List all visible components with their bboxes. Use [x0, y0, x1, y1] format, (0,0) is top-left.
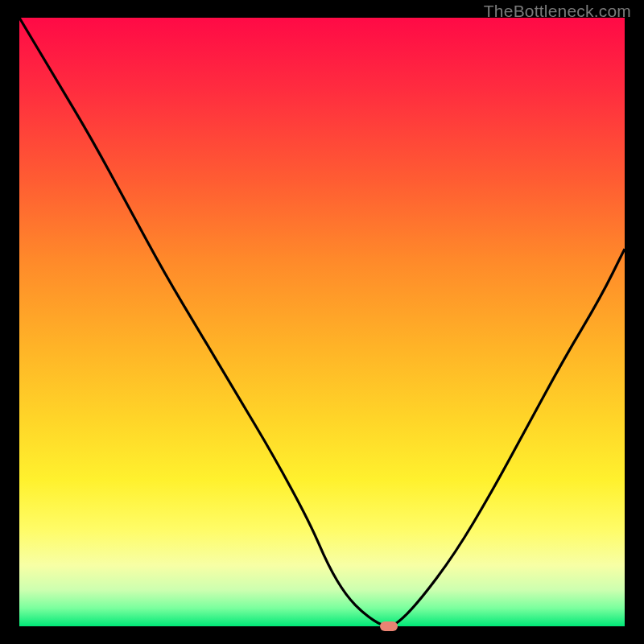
optimum-marker [380, 621, 398, 631]
chart-frame: TheBottleneck.com [0, 0, 644, 644]
plot-area [19, 18, 625, 626]
watermark-text: TheBottleneck.com [484, 2, 631, 21]
bottleneck-curve [19, 18, 625, 626]
